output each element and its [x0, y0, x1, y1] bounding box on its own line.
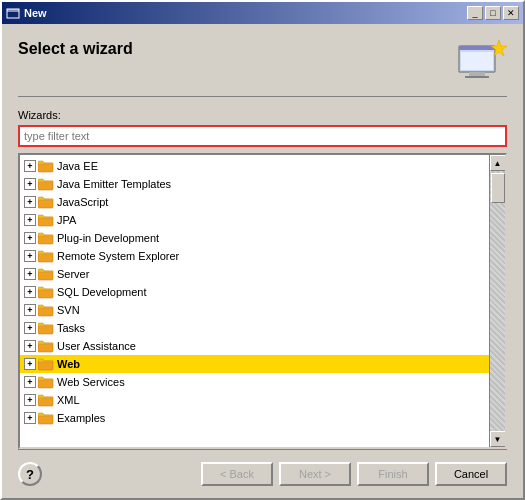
- finish-button[interactable]: Finish: [357, 462, 429, 486]
- expand-button[interactable]: +: [24, 196, 36, 208]
- svg-rect-8: [38, 163, 53, 172]
- window: New _ □ ✕ Select a wizard: [0, 0, 525, 500]
- expand-button[interactable]: +: [24, 214, 36, 226]
- tree-item[interactable]: + Java EE: [20, 157, 489, 175]
- svg-rect-19: [38, 361, 53, 370]
- window-title: New: [24, 7, 47, 19]
- expand-button[interactable]: +: [24, 358, 36, 370]
- tree-item[interactable]: + XML: [20, 391, 489, 409]
- back-button[interactable]: < Back: [201, 462, 273, 486]
- expand-button[interactable]: +: [24, 322, 36, 334]
- page-title: Select a wizard: [18, 40, 133, 58]
- tree-item[interactable]: + Java Emitter Templates: [20, 175, 489, 193]
- folder-icon: [38, 375, 54, 389]
- tree-item[interactable]: + SVN: [20, 301, 489, 319]
- scroll-thumb[interactable]: [491, 173, 505, 203]
- expand-button[interactable]: +: [24, 412, 36, 424]
- expand-button[interactable]: +: [24, 268, 36, 280]
- tree-item[interactable]: + Tasks: [20, 319, 489, 337]
- svg-rect-4: [461, 52, 493, 70]
- content-area: Select a wizard Wizards:: [2, 24, 523, 498]
- minimize-button[interactable]: _: [467, 6, 483, 20]
- folder-icon: [38, 393, 54, 407]
- svg-rect-20: [38, 379, 53, 388]
- scroll-down-arrow[interactable]: ▼: [490, 431, 506, 447]
- svg-rect-3: [459, 46, 495, 50]
- tree-item[interactable]: + JPA: [20, 211, 489, 229]
- folder-icon: [38, 267, 54, 281]
- wizard-icon: [455, 36, 507, 88]
- tree-item-label: Java Emitter Templates: [57, 178, 171, 190]
- scrollbar[interactable]: ▲ ▼: [489, 155, 505, 447]
- svg-rect-13: [38, 253, 53, 262]
- expand-button[interactable]: +: [24, 286, 36, 298]
- title-bar: New _ □ ✕: [2, 2, 523, 24]
- filter-input[interactable]: [18, 125, 507, 147]
- folder-icon: [38, 249, 54, 263]
- scroll-up-arrow[interactable]: ▲: [490, 155, 506, 171]
- svg-rect-21: [38, 397, 53, 406]
- tree-item-label: Plug-in Development: [57, 232, 159, 244]
- tree-item[interactable]: + User Assistance: [20, 337, 489, 355]
- nav-buttons: < Back Next > Finish Cancel: [201, 462, 507, 486]
- cancel-button[interactable]: Cancel: [435, 462, 507, 486]
- folder-icon: [38, 411, 54, 425]
- folder-icon: [38, 285, 54, 299]
- folder-icon: [38, 321, 54, 335]
- expand-button[interactable]: +: [24, 394, 36, 406]
- tree-item-label: XML: [57, 394, 80, 406]
- tree-item-label: Tasks: [57, 322, 85, 334]
- expand-button[interactable]: +: [24, 160, 36, 172]
- svg-rect-16: [38, 307, 53, 316]
- tree-item-label: SVN: [57, 304, 80, 316]
- svg-rect-22: [38, 415, 53, 424]
- tree-item-label: User Assistance: [57, 340, 136, 352]
- wizards-label: Wizards:: [18, 109, 507, 121]
- tree-item[interactable]: + Plug-in Development: [20, 229, 489, 247]
- svg-rect-11: [38, 217, 53, 226]
- folder-icon: [38, 177, 54, 191]
- expand-button[interactable]: +: [24, 232, 36, 244]
- expand-button[interactable]: +: [24, 250, 36, 262]
- svg-rect-15: [38, 289, 53, 298]
- tree-list[interactable]: + Java EE+ Java Emitter Templates+ JavaS…: [20, 155, 489, 447]
- expand-button[interactable]: +: [24, 376, 36, 388]
- svg-rect-5: [469, 72, 485, 76]
- svg-rect-10: [38, 199, 53, 208]
- tree-container: + Java EE+ Java Emitter Templates+ JavaS…: [18, 153, 507, 449]
- tree-item-label: JavaScript: [57, 196, 108, 208]
- tree-item[interactable]: + Examples: [20, 409, 489, 427]
- folder-icon: [38, 357, 54, 371]
- tree-item-label: Remote System Explorer: [57, 250, 179, 262]
- tree-item-label: Examples: [57, 412, 105, 424]
- folder-icon: [38, 303, 54, 317]
- title-buttons: _ □ ✕: [467, 6, 519, 20]
- tree-item[interactable]: + Web: [20, 355, 489, 373]
- svg-rect-1: [7, 9, 19, 12]
- next-button[interactable]: Next >: [279, 462, 351, 486]
- svg-rect-14: [38, 271, 53, 280]
- expand-button[interactable]: +: [24, 340, 36, 352]
- tree-item[interactable]: + SQL Development: [20, 283, 489, 301]
- close-button[interactable]: ✕: [503, 6, 519, 20]
- tree-item-label: SQL Development: [57, 286, 146, 298]
- folder-icon: [38, 195, 54, 209]
- tree-item-label: JPA: [57, 214, 76, 226]
- svg-rect-12: [38, 235, 53, 244]
- tree-item[interactable]: + Server: [20, 265, 489, 283]
- svg-rect-9: [38, 181, 53, 190]
- maximize-button[interactable]: □: [485, 6, 501, 20]
- header-area: Select a wizard: [18, 36, 507, 97]
- expand-button[interactable]: +: [24, 178, 36, 190]
- button-bar: ? < Back Next > Finish Cancel: [18, 454, 507, 490]
- expand-button[interactable]: +: [24, 304, 36, 316]
- folder-icon: [38, 159, 54, 173]
- scroll-track[interactable]: [490, 171, 506, 431]
- help-button[interactable]: ?: [18, 462, 42, 486]
- tree-item[interactable]: + Web Services: [20, 373, 489, 391]
- tree-item[interactable]: + JavaScript: [20, 193, 489, 211]
- separator: [18, 449, 507, 450]
- svg-rect-6: [465, 76, 489, 78]
- tree-item-label: Web: [57, 358, 80, 370]
- tree-item[interactable]: + Remote System Explorer: [20, 247, 489, 265]
